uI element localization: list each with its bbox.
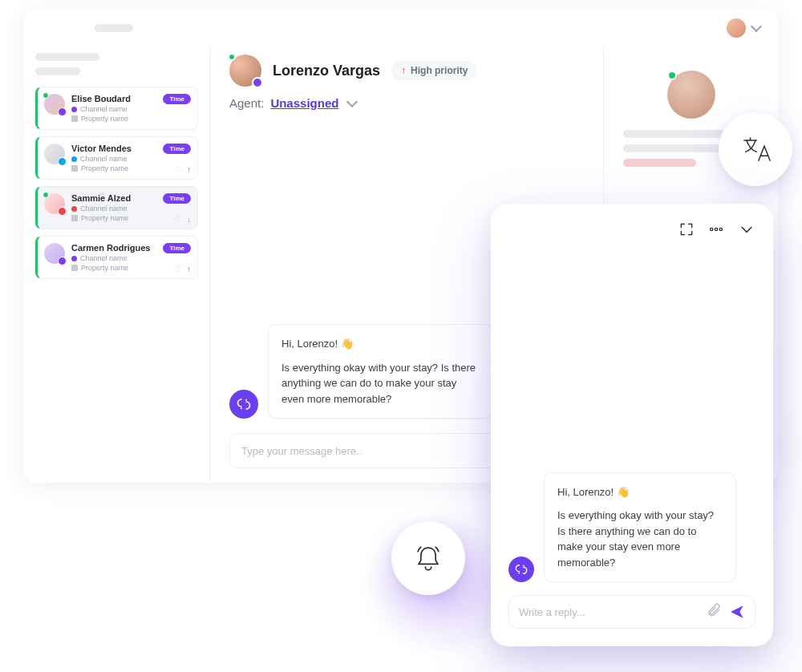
customer-name: Lorenzo Vargas [273,63,380,79]
bell-icon: ♡ [175,165,182,174]
time-badge: Time [163,243,191,253]
conversation-channel: Channel name [71,105,189,113]
attachment-icon[interactable] [707,603,721,621]
bell-icon: ♡ [175,265,182,273]
property-icon [71,165,78,172]
mobile-message-row: Hi, Lorenzo! 👋 Is everything okay with y… [508,472,736,583]
conversation-channel: Channel name [71,155,189,163]
conversation-channel: Channel name [71,254,189,262]
svg-point-5 [523,565,525,566]
channel-label: Channel name [80,155,128,163]
translate-icon [738,132,773,167]
agent-row: Agent: Unassigned [229,96,584,110]
mobile-message-bubble: Hi, Lorenzo! 👋 Is everything okay with y… [544,472,736,583]
topbar-placeholder [95,24,133,32]
sidebar-header [35,53,198,75]
bell-icon: ♡ [175,215,182,224]
channel-badge-icon [58,157,67,166]
channel-label: Channel name [80,105,128,113]
arrow-up-icon: ↑ [401,65,406,76]
priority-label: High priority [411,65,468,76]
conversation-indicators: ♡ ↓ [175,215,191,224]
svg-point-6 [518,573,520,574]
more-icon[interactable] [707,221,725,237]
priority-chip[interactable]: ↑ High priority [391,61,477,80]
conversation-channel: Channel name [71,204,189,213]
property-label: Property name [81,115,128,123]
message-bubble: Hi, Lorenzo! 👋 Is everything okay with y… [268,324,492,419]
expand-icon[interactable] [678,221,695,237]
presence-dot-icon [667,71,677,80]
bot-logo-icon [515,563,528,576]
chevron-down-icon [751,21,762,32]
customer-avatar [229,55,261,87]
conversation-card[interactable]: Sammie Alzed Channel name Property name … [35,186,198,229]
property-label: Property name [81,164,128,172]
conversation-list: Elise Boudard Channel name Property name… [35,87,198,279]
translate-feature-badge [719,112,792,186]
send-button[interactable] [729,604,745,620]
presence-dot-icon [43,192,49,198]
mobile-message-body: Is everything okay with your stay? Is th… [557,508,723,570]
property-icon [71,215,78,221]
channel-dot-icon [71,256,77,261]
user-menu[interactable] [727,18,760,38]
conversation-property: Property name [71,264,189,272]
conversation-card[interactable]: Carmen Rodrigues Channel name Property n… [35,236,198,279]
priority-up-icon: ↑ [187,165,191,174]
priority-up-icon: ↑ [187,265,191,273]
presence-dot-icon [43,92,49,99]
time-badge: Time [163,144,191,154]
svg-point-4 [719,228,722,230]
conversation-card[interactable]: Victor Mendes Channel name Property name… [35,136,198,180]
bot-avatar [229,390,258,419]
mobile-body: Hi, Lorenzo! 👋 Is everything okay with y… [508,237,755,582]
channel-dot-icon [71,107,77,112]
channel-label: Channel name [80,204,128,213]
mobile-chat-widget: Hi, Lorenzo! 👋 Is everything okay with y… [491,204,773,646]
bell-icon [411,540,446,576]
avatar [44,94,65,115]
svg-point-2 [711,228,713,230]
property-label: Property name [81,214,128,222]
conversation-property: Property name [71,164,189,172]
mobile-message-greeting: Hi, Lorenzo! 👋 [557,484,723,500]
channel-badge-icon [252,77,263,88]
channel-dot-icon [71,206,77,212]
mobile-header [508,221,755,237]
profile-avatar [667,71,715,119]
message-greeting: Hi, Lorenzo! 👋 [282,336,479,352]
property-label: Property name [81,264,128,272]
conversation-indicators: ♡ ↑ [175,165,191,174]
time-badge: Time [163,94,191,104]
thread-header: Lorenzo Vargas ↑ High priority [229,55,584,87]
channel-label: Channel name [80,254,128,262]
conversation-indicators: ♡ ↑ [175,265,191,273]
mobile-composer-input[interactable] [519,606,699,618]
agent-label: Agent: [229,96,264,110]
svg-point-0 [245,399,247,401]
avatar [44,193,65,214]
svg-point-1 [241,407,242,409]
channel-badge-icon [58,207,67,216]
avatar [44,243,65,264]
property-icon [71,115,78,122]
sidebar: Elise Boudard Channel name Property name… [24,47,210,483]
presence-dot-icon [228,53,236,61]
conversation-card[interactable]: Elise Boudard Channel name Property name… [35,87,198,130]
priority-down-icon: ↓ [187,215,191,224]
collapse-icon[interactable] [738,221,755,237]
topbar [24,10,778,47]
message-body: Is everything okay with your stay? Is th… [282,360,479,407]
property-icon [71,265,78,271]
bot-avatar [508,557,534,582]
channel-dot-icon [71,156,77,162]
time-badge: Time [163,193,191,204]
mobile-composer[interactable] [508,595,755,629]
current-user-avatar [727,18,746,38]
channel-badge-icon [58,257,67,265]
conversation-property: Property name [71,115,189,123]
avatar [44,144,65,164]
agent-dropdown[interactable]: Unassigned [270,96,338,110]
channel-badge-icon [58,107,67,116]
